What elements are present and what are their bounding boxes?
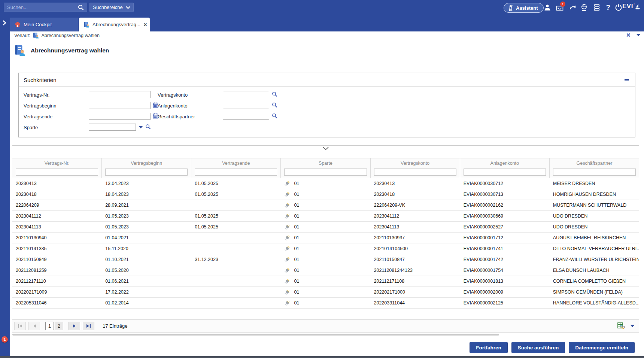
input-anlagenkonto[interactable]: [223, 102, 269, 109]
tab-mein-cockpit[interactable]: Mein Cockpit: [10, 18, 78, 31]
lookup-search-icon[interactable]: [145, 124, 151, 130]
help-icon[interactable]: ?: [604, 3, 613, 12]
filter-input-vertragsbeginn[interactable]: [105, 169, 188, 176]
table-row[interactable]: 20211217111001.06.2021 01202112171108EVI…: [12, 276, 639, 287]
table-row[interactable]: 20211015084901.10.202131.12.2023 0120211…: [12, 254, 639, 265]
panel-minimize-icon[interactable]: [625, 79, 629, 81]
input-geschaeftspartner[interactable]: [223, 113, 269, 120]
database-icon[interactable]: [592, 3, 601, 12]
label-vertragsbeginn: Vertragsbeginn: [24, 103, 56, 109]
page-title-icon-slot: [14, 45, 25, 56]
lookup-search-icon[interactable]: [272, 102, 277, 108]
table-settings-caret-icon[interactable]: [630, 325, 635, 327]
search-criteria-header: Suchkriterien: [19, 73, 635, 87]
cell-vertragsbeginn: 28.09.2021: [102, 200, 191, 210]
cell-vertragsende: 01.05.2025: [191, 189, 281, 200]
global-search[interactable]: [4, 3, 87, 12]
lookup-search-icon[interactable]: [272, 113, 277, 119]
column-label: Vertragsende: [191, 161, 280, 166]
next-page-button[interactable]: [69, 322, 80, 330]
filter-input-vertragsende[interactable]: [195, 169, 277, 176]
table-row[interactable]: 202304111301.05.202301.05.2025 012023041…: [12, 222, 639, 233]
horizontal-scrollbar[interactable]: [12, 334, 499, 336]
input-vertrags-nr[interactable]: [89, 91, 151, 98]
column-header-vertrags-nr[interactable]: Vertrags-Nr.: [12, 158, 102, 178]
tab-close-icon[interactable]: ✕: [143, 22, 147, 27]
cell-vertragsbeginn: 01.06.2021: [102, 276, 191, 286]
collapse-panel-chevron-icon[interactable]: [323, 147, 329, 150]
suche-ausfuehren-button[interactable]: Suche ausführen: [511, 342, 565, 353]
cell-vertrags-nr: 202112171110: [12, 276, 102, 286]
power-plug-icon: [284, 268, 290, 273]
filter-input-vertragskonto[interactable]: [374, 169, 456, 176]
power-plug-icon: [284, 257, 290, 263]
last-page-button[interactable]: [83, 322, 94, 330]
table-row[interactable]: 20220531104601.02.2014 01202203311044EVI…: [12, 298, 639, 309]
assistent-button[interactable]: Assistent: [504, 3, 544, 13]
home-icon: [15, 22, 21, 27]
tab-label: Abrechnungsvertrag...: [92, 22, 140, 27]
page-button-1[interactable]: 1: [45, 322, 54, 330]
table-row[interactable]: 22206420928.09.2021 01222064209-VKEVIAK0…: [12, 200, 639, 211]
first-page-button[interactable]: [14, 322, 26, 330]
filter-input-vertrags-nr[interactable]: [16, 169, 98, 176]
notification-badge[interactable]: 1: [1, 336, 8, 343]
column-header-anlagenkonto[interactable]: Anlagenkonto: [460, 158, 550, 178]
breadcrumb-item[interactable]: Abrechnungsvertrag wählen: [33, 33, 100, 39]
power-plug-icon: [284, 224, 290, 230]
table-row[interactable]: 20220217100917.02.2022 01202202171000EVI…: [12, 287, 639, 298]
cell-vertrags-nr: 202202171009: [12, 287, 102, 297]
filter-input-gesch-ftspartner[interactable]: [553, 169, 636, 176]
table-row[interactable]: 202304111201.05.202301.05.2025 012023041…: [12, 211, 639, 222]
table-row[interactable]: 2023041313.04.202301.05.2025 0120230413E…: [12, 178, 639, 189]
column-header-vertragsbeginn[interactable]: Vertragsbeginn: [102, 158, 191, 178]
page-button-2[interactable]: 2: [55, 322, 63, 330]
prev-page-button[interactable]: [28, 322, 40, 330]
tab-abrechnungsvertrag[interactable]: Abrechnungsvertrag... ✕: [79, 18, 150, 31]
column-header-sparte[interactable]: Sparte: [281, 158, 370, 178]
input-vertragskonto[interactable]: [223, 91, 269, 98]
cell-sparte: 01: [281, 254, 370, 265]
power-icon[interactable]: [614, 3, 623, 12]
close-view-icon[interactable]: ✕: [626, 32, 631, 38]
sidebar-expand-icon[interactable]: [2, 20, 6, 25]
user-icon[interactable]: [543, 3, 552, 12]
power-plug-icon: [284, 279, 290, 284]
inbox-icon[interactable]: 1: [555, 3, 564, 12]
column-header-vertragsende[interactable]: Vertragsende: [191, 158, 281, 178]
cell-sparte: 01: [281, 276, 370, 286]
search-icon[interactable]: [78, 4, 84, 10]
cell-sparte: 01: [281, 222, 370, 232]
cell-anlagenkonto: EVIAK0000030712: [460, 178, 550, 189]
input-vertragsbeginn[interactable]: [89, 102, 151, 109]
pagination-bar: 1 2 17 Einträge: [12, 319, 639, 333]
divider: [12, 65, 639, 65]
column-header-gesch-ftspartner[interactable]: Geschäftspartner: [550, 158, 639, 178]
input-sparte[interactable]: [89, 124, 136, 131]
suchbereiche-dropdown[interactable]: Suchbereiche: [89, 3, 134, 12]
cell-vertragsbeginn: 01.05.2023: [102, 222, 191, 232]
label-vertrags-nr: Vertrags-Nr.: [24, 92, 49, 98]
column-header-vertragskonto[interactable]: Vertragskonto: [371, 158, 460, 178]
label-vertragskonto: Vertragskonto: [158, 92, 188, 98]
table-settings-icon[interactable]: [617, 322, 625, 330]
cell-vertragsende: 01.05.2025: [191, 211, 281, 221]
cell-anlagenkonto: EVIAK0000002527: [460, 222, 550, 232]
redo-arrow-icon[interactable]: [568, 3, 577, 12]
filter-input-sparte[interactable]: [284, 169, 367, 176]
datenmenge-ermitteln-button[interactable]: Datenmenge ermitteln: [569, 342, 635, 353]
table-row[interactable]: 20211014133515.11.2020 012021014104500EV…: [12, 243, 639, 254]
table-row[interactable]: 20211013094001.04.2021 01202110130937EVI…: [12, 233, 639, 243]
search-input[interactable]: [7, 4, 78, 10]
globe-icon[interactable]: [580, 3, 589, 12]
cell-sparte: 01: [281, 243, 370, 254]
search-criteria-title: Suchkriterien: [24, 77, 57, 83]
view-menu-caret-icon[interactable]: [636, 34, 641, 36]
filter-input-anlagenkonto[interactable]: [464, 169, 546, 176]
sparte-dropdown-caret-icon[interactable]: [139, 126, 143, 128]
input-vertragsende[interactable]: [89, 113, 151, 120]
fortfahren-button[interactable]: Fortfahren: [470, 342, 508, 353]
lookup-search-icon[interactable]: [272, 91, 277, 97]
table-row[interactable]: 20211208125901.05.2020 01202112081244123…: [12, 265, 639, 276]
table-row[interactable]: 2023041818.04.202301.05.2025 0120230418E…: [12, 189, 639, 200]
